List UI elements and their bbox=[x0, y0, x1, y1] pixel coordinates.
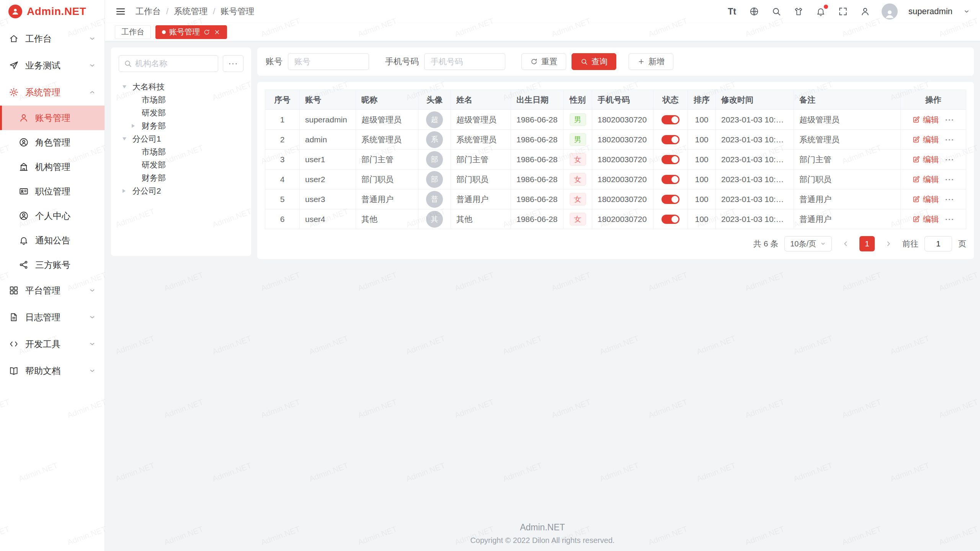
chevron-down-icon[interactable] bbox=[963, 8, 970, 15]
table-row: 5user3普通用户普普通用户1986-06-28女18020030720100… bbox=[265, 189, 966, 209]
username[interactable]: superadmin bbox=[908, 7, 952, 16]
gender-badge: 女 bbox=[570, 193, 586, 206]
status-toggle[interactable] bbox=[662, 115, 679, 124]
tree-caret-icon[interactable] bbox=[122, 189, 132, 193]
tab-account-manage[interactable]: 账号管理 bbox=[155, 25, 227, 39]
sidebar-item-dev-tools[interactable]: 开发工具 bbox=[0, 331, 105, 357]
avatar[interactable] bbox=[882, 3, 898, 20]
sidebar-subitem-label: 通知公告 bbox=[35, 235, 96, 246]
chevron-down-icon bbox=[88, 367, 96, 375]
tree-node[interactable]: 分公司2 bbox=[119, 184, 243, 197]
tab-workbench[interactable]: 工作台 bbox=[115, 25, 151, 39]
edit-button[interactable]: 编辑 bbox=[912, 154, 939, 165]
sidebar-item-system-manage[interactable]: 系统管理 bbox=[0, 79, 105, 106]
tree-node-label: 市场部 bbox=[142, 95, 166, 105]
breadcrumb-item[interactable]: 账号管理 bbox=[220, 6, 254, 17]
app-logo[interactable]: Admin.NET bbox=[0, 0, 105, 23]
sidebar-subitem-org[interactable]: 机构管理 bbox=[0, 155, 105, 179]
font-size-icon[interactable]: Tt bbox=[726, 6, 738, 17]
collapse-menu-icon[interactable] bbox=[115, 6, 126, 17]
search-icon[interactable] bbox=[771, 6, 782, 17]
more-actions-button[interactable]: ··· bbox=[945, 215, 954, 223]
reset-button[interactable]: 重置 bbox=[521, 53, 566, 70]
tree-node[interactable]: 财务部 bbox=[119, 119, 243, 132]
sidebar-subitem-role[interactable]: 角色管理 bbox=[0, 130, 105, 155]
next-page-button[interactable] bbox=[881, 236, 896, 251]
tab-refresh-icon[interactable] bbox=[203, 29, 210, 36]
more-actions-button[interactable]: ··· bbox=[945, 115, 954, 124]
theme-icon[interactable] bbox=[793, 6, 804, 17]
account-input[interactable] bbox=[288, 53, 369, 70]
edit-label: 编辑 bbox=[923, 214, 939, 225]
org-more-button[interactable]: ··· bbox=[223, 55, 243, 72]
tab-close-icon[interactable] bbox=[214, 29, 220, 36]
chevron-down-icon bbox=[88, 35, 96, 42]
sidebar-item-workbench[interactable]: 工作台 bbox=[0, 25, 105, 52]
sidebar-item-help-docs[interactable]: 帮助文档 bbox=[0, 357, 105, 384]
sidebar-subitem-profile[interactable]: 个人中心 bbox=[0, 204, 105, 228]
column-header: 排序 bbox=[688, 90, 716, 110]
tree-node[interactable]: 大名科技 bbox=[119, 80, 243, 93]
sidebar-subitem-label: 账号管理 bbox=[35, 112, 96, 124]
goto-page-input[interactable] bbox=[924, 236, 952, 251]
org-search-input[interactable] bbox=[135, 59, 213, 68]
cell-seq: 3 bbox=[265, 150, 300, 170]
tree-caret-icon[interactable] bbox=[122, 85, 132, 88]
sidebar-subitem-position[interactable]: 职位管理 bbox=[0, 179, 105, 204]
gender-badge: 女 bbox=[570, 173, 586, 186]
cell-account: user2 bbox=[300, 170, 356, 189]
page-number-current[interactable]: 1 bbox=[859, 236, 875, 251]
page-size-select[interactable]: 10条/页 bbox=[784, 236, 832, 251]
breadcrumb-item[interactable]: 系统管理 bbox=[174, 6, 207, 17]
breadcrumb-item[interactable]: 工作台 bbox=[136, 6, 161, 17]
tree-caret-icon[interactable] bbox=[132, 124, 142, 128]
tree-node[interactable]: 市场部 bbox=[119, 145, 243, 158]
cell-avatar: 超 bbox=[418, 110, 451, 130]
cell-name: 其他 bbox=[451, 209, 511, 229]
sidebar-item-business-test[interactable]: 业务测试 bbox=[0, 52, 105, 79]
status-toggle[interactable] bbox=[662, 195, 679, 204]
sidebar-item-log-manage[interactable]: 日志管理 bbox=[0, 304, 105, 331]
status-toggle[interactable] bbox=[662, 155, 679, 164]
prev-page-button[interactable] bbox=[838, 236, 853, 251]
sidebar-subitem-account[interactable]: 账号管理 bbox=[0, 106, 105, 130]
org-search-field[interactable] bbox=[119, 55, 218, 72]
phone-input[interactable] bbox=[424, 53, 505, 70]
cell-account: user3 bbox=[300, 189, 356, 209]
status-toggle[interactable] bbox=[662, 215, 679, 224]
sidebar-item-label: 帮助文档 bbox=[25, 365, 82, 377]
main-area: 工作台/系统管理/账号管理 Tt bbox=[105, 0, 980, 551]
edit-button[interactable]: 编辑 bbox=[912, 114, 939, 125]
language-icon[interactable] bbox=[748, 6, 760, 17]
chevron-down-icon bbox=[88, 313, 96, 321]
tree-node[interactable]: 研发部 bbox=[119, 106, 243, 119]
sidebar-subitem-notice[interactable]: 通知公告 bbox=[0, 228, 105, 253]
add-button[interactable]: 新增 bbox=[629, 53, 673, 70]
chevron-down-icon bbox=[88, 340, 96, 348]
edit-button[interactable]: 编辑 bbox=[912, 194, 939, 205]
fullscreen-icon[interactable] bbox=[837, 6, 849, 17]
notification-bell-icon[interactable] bbox=[815, 6, 826, 17]
more-actions-button[interactable]: ··· bbox=[945, 155, 954, 164]
sidebar-item-platform-manage[interactable]: 平台管理 bbox=[0, 277, 105, 304]
search-label: 查询 bbox=[591, 56, 608, 67]
phone-label: 手机号码 bbox=[385, 56, 419, 67]
tree-node[interactable]: 市场部 bbox=[119, 93, 243, 106]
more-actions-button[interactable]: ··· bbox=[945, 175, 954, 184]
tree-node[interactable]: 分公司1 bbox=[119, 132, 243, 145]
tree-node[interactable]: 财务部 bbox=[119, 171, 243, 184]
status-toggle[interactable] bbox=[662, 175, 679, 184]
more-actions-button[interactable]: ··· bbox=[945, 135, 954, 144]
status-toggle[interactable] bbox=[662, 135, 679, 144]
edit-label: 编辑 bbox=[923, 114, 939, 125]
edit-button[interactable]: 编辑 bbox=[912, 174, 939, 185]
tree-node[interactable]: 研发部 bbox=[119, 158, 243, 171]
user-outline-icon[interactable] bbox=[859, 6, 871, 17]
edit-label: 编辑 bbox=[923, 134, 939, 145]
edit-button[interactable]: 编辑 bbox=[912, 214, 939, 225]
more-actions-button[interactable]: ··· bbox=[945, 195, 954, 204]
edit-button[interactable]: 编辑 bbox=[912, 134, 939, 145]
search-button[interactable]: 查询 bbox=[572, 53, 616, 70]
tree-caret-icon[interactable] bbox=[122, 137, 132, 140]
sidebar-subitem-third-account[interactable]: 三方账号 bbox=[0, 253, 105, 277]
